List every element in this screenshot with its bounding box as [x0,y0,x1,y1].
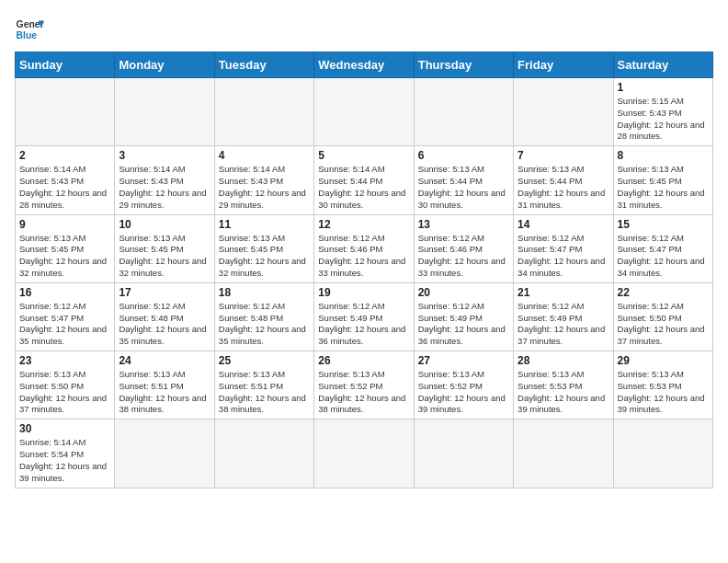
calendar-day-cell: 16Sunrise: 5:12 AMSunset: 5:47 PMDayligh… [16,282,115,350]
calendar-day-cell: 1Sunrise: 5:15 AMSunset: 5:43 PMDaylight… [613,78,712,146]
day-info: Sunrise: 5:14 AMSunset: 5:43 PMDaylight:… [219,164,310,211]
day-info: Sunrise: 5:12 AMSunset: 5:49 PMDaylight:… [418,301,509,348]
day-number: 12 [318,218,409,231]
calendar-day-cell: 25Sunrise: 5:13 AMSunset: 5:51 PMDayligh… [214,351,313,419]
calendar-day-cell [314,78,414,146]
day-number: 11 [219,218,310,231]
day-info: Sunrise: 5:15 AMSunset: 5:43 PMDaylight:… [618,96,709,143]
day-info: Sunrise: 5:13 AMSunset: 5:45 PMDaylight:… [119,233,210,280]
day-info: Sunrise: 5:14 AMSunset: 5:43 PMDaylight:… [19,164,110,211]
calendar-header-row: SundayMondayTuesdayWednesdayThursdayFrid… [16,52,713,78]
day-number: 28 [518,354,609,367]
day-number: 29 [618,354,709,367]
calendar-day-cell: 26Sunrise: 5:13 AMSunset: 5:52 PMDayligh… [314,351,414,419]
day-number: 8 [618,149,709,162]
day-number: 13 [418,218,509,231]
calendar-day-cell: 10Sunrise: 5:13 AMSunset: 5:45 PMDayligh… [115,214,214,282]
calendar-week-row: 23Sunrise: 5:13 AMSunset: 5:50 PMDayligh… [16,351,713,419]
day-number: 9 [19,218,110,231]
day-info: Sunrise: 5:12 AMSunset: 5:49 PMDaylight:… [518,301,609,348]
calendar-day-cell: 30Sunrise: 5:14 AMSunset: 5:54 PMDayligh… [16,419,115,488]
calendar-day-cell: 17Sunrise: 5:12 AMSunset: 5:48 PMDayligh… [115,282,214,350]
day-number: 26 [318,354,409,367]
day-info: Sunrise: 5:13 AMSunset: 5:53 PMDaylight:… [618,369,709,416]
day-number: 16 [19,286,110,299]
calendar-day-cell: 29Sunrise: 5:13 AMSunset: 5:53 PMDayligh… [613,351,712,419]
day-number: 17 [119,286,210,299]
day-info: Sunrise: 5:13 AMSunset: 5:51 PMDaylight:… [219,369,310,416]
logo: General Blue [15,15,44,44]
calendar-day-cell: 18Sunrise: 5:12 AMSunset: 5:48 PMDayligh… [214,282,313,350]
day-info: Sunrise: 5:12 AMSunset: 5:46 PMDaylight:… [318,233,409,280]
day-info: Sunrise: 5:13 AMSunset: 5:44 PMDaylight:… [418,164,509,211]
calendar-day-cell [214,419,313,488]
day-number: 18 [219,286,310,299]
day-header-wednesday: Wednesday [314,52,414,78]
day-info: Sunrise: 5:12 AMSunset: 5:46 PMDaylight:… [418,233,509,280]
day-header-tuesday: Tuesday [214,52,313,78]
calendar-day-cell [514,419,613,488]
day-number: 24 [119,354,210,367]
calendar-day-cell [414,78,513,146]
calendar-day-cell: 21Sunrise: 5:12 AMSunset: 5:49 PMDayligh… [514,282,613,350]
calendar-day-cell [314,419,414,488]
logo-icon: General Blue [15,15,44,44]
calendar-day-cell: 2Sunrise: 5:14 AMSunset: 5:43 PMDaylight… [16,146,115,214]
calendar-day-cell: 23Sunrise: 5:13 AMSunset: 5:50 PMDayligh… [16,351,115,419]
calendar-day-cell: 27Sunrise: 5:13 AMSunset: 5:52 PMDayligh… [414,351,513,419]
calendar-week-row: 1Sunrise: 5:15 AMSunset: 5:43 PMDaylight… [16,78,713,146]
day-number: 19 [318,286,409,299]
day-info: Sunrise: 5:12 AMSunset: 5:47 PMDaylight:… [618,233,709,280]
day-number: 15 [618,218,709,231]
calendar-day-cell [115,78,214,146]
day-info: Sunrise: 5:13 AMSunset: 5:50 PMDaylight:… [19,369,110,416]
calendar-day-cell [414,419,513,488]
day-number: 30 [19,422,110,435]
calendar-day-cell: 6Sunrise: 5:13 AMSunset: 5:44 PMDaylight… [414,146,513,214]
calendar-day-cell: 7Sunrise: 5:13 AMSunset: 5:44 PMDaylight… [514,146,613,214]
day-number: 23 [19,354,110,367]
day-header-friday: Friday [514,52,613,78]
calendar-week-row: 30Sunrise: 5:14 AMSunset: 5:54 PMDayligh… [16,419,713,488]
calendar-day-cell: 14Sunrise: 5:12 AMSunset: 5:47 PMDayligh… [514,214,613,282]
day-number: 3 [119,149,210,162]
day-number: 6 [418,149,509,162]
day-number: 10 [119,218,210,231]
day-number: 20 [418,286,509,299]
day-number: 4 [219,149,310,162]
day-number: 7 [518,149,609,162]
day-info: Sunrise: 5:14 AMSunset: 5:44 PMDaylight:… [318,164,409,211]
calendar-day-cell: 4Sunrise: 5:14 AMSunset: 5:43 PMDaylight… [214,146,313,214]
calendar-day-cell [115,419,214,488]
day-number: 14 [518,218,609,231]
day-info: Sunrise: 5:13 AMSunset: 5:52 PMDaylight:… [418,369,509,416]
day-header-sunday: Sunday [16,52,115,78]
day-info: Sunrise: 5:13 AMSunset: 5:53 PMDaylight:… [518,369,609,416]
day-info: Sunrise: 5:12 AMSunset: 5:50 PMDaylight:… [618,301,709,348]
page-header: General Blue [15,15,713,44]
day-info: Sunrise: 5:12 AMSunset: 5:47 PMDaylight:… [518,233,609,280]
day-number: 1 [618,81,709,94]
calendar-day-cell: 11Sunrise: 5:13 AMSunset: 5:45 PMDayligh… [214,214,313,282]
day-number: 22 [618,286,709,299]
calendar-day-cell: 24Sunrise: 5:13 AMSunset: 5:51 PMDayligh… [115,351,214,419]
calendar-day-cell: 20Sunrise: 5:12 AMSunset: 5:49 PMDayligh… [414,282,513,350]
calendar-day-cell: 9Sunrise: 5:13 AMSunset: 5:45 PMDaylight… [16,214,115,282]
day-info: Sunrise: 5:12 AMSunset: 5:47 PMDaylight:… [19,301,110,348]
calendar-week-row: 9Sunrise: 5:13 AMSunset: 5:45 PMDaylight… [16,214,713,282]
day-number: 25 [219,354,310,367]
calendar-day-cell: 8Sunrise: 5:13 AMSunset: 5:45 PMDaylight… [613,146,712,214]
calendar-day-cell: 13Sunrise: 5:12 AMSunset: 5:46 PMDayligh… [414,214,513,282]
calendar-day-cell [16,78,115,146]
day-info: Sunrise: 5:13 AMSunset: 5:51 PMDaylight:… [119,369,210,416]
day-info: Sunrise: 5:14 AMSunset: 5:54 PMDaylight:… [19,437,110,484]
calendar-week-row: 16Sunrise: 5:12 AMSunset: 5:47 PMDayligh… [16,282,713,350]
day-info: Sunrise: 5:13 AMSunset: 5:45 PMDaylight:… [219,233,310,280]
svg-text:Blue: Blue [17,30,38,40]
day-header-saturday: Saturday [613,52,712,78]
calendar-day-cell [613,419,712,488]
day-header-monday: Monday [115,52,214,78]
day-info: Sunrise: 5:13 AMSunset: 5:44 PMDaylight:… [518,164,609,211]
day-info: Sunrise: 5:12 AMSunset: 5:48 PMDaylight:… [219,301,310,348]
day-number: 21 [518,286,609,299]
